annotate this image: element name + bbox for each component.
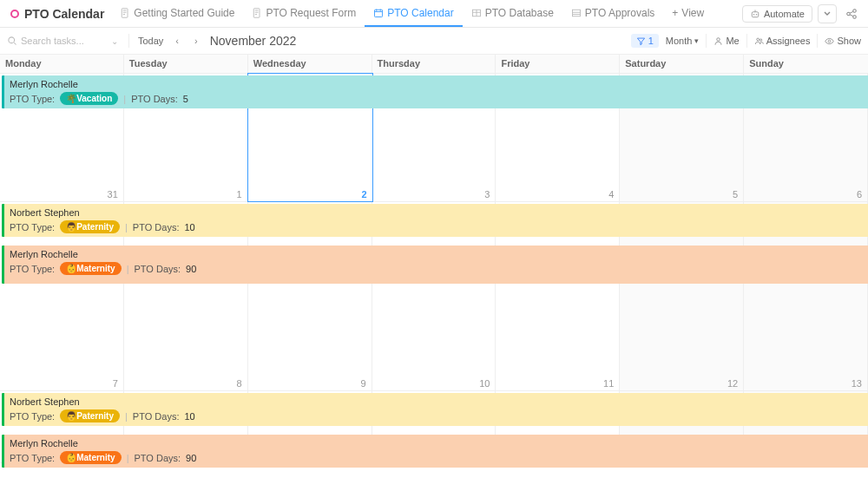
event-paternity[interactable]: Norbert Stephen PTO Type: 👨Paternity | P… <box>2 393 868 426</box>
svg-point-15 <box>829 40 832 43</box>
separator: | <box>127 452 129 464</box>
svg-rect-1 <box>254 8 260 17</box>
list-icon <box>571 8 582 18</box>
calendar-header: Monday Tuesday Wednesday Thursday Friday… <box>0 55 868 74</box>
automate-label: Automate <box>764 9 805 19</box>
pto-days-value: 10 <box>184 221 194 233</box>
automate-button[interactable]: Automate <box>742 5 812 23</box>
tag-maternity: 👶Maternity <box>60 262 121 275</box>
pto-type-label: PTO Type: <box>10 452 55 464</box>
tag-vacation: 🌴Vacation <box>60 92 118 105</box>
tab-getting-started[interactable]: Getting Started Guide <box>111 0 243 27</box>
separator: | <box>127 263 129 275</box>
filter-button[interactable]: 1 <box>631 34 659 48</box>
event-name: Merlyn Rochelle <box>10 248 868 260</box>
me-label: Me <box>726 36 739 46</box>
event-meta: PTO Type: 👨Paternity | PTO Days: 10 <box>10 220 868 233</box>
assignees-label: Assignees <box>766 36 811 46</box>
separator: | <box>125 410 128 422</box>
svg-point-7 <box>756 14 758 16</box>
prev-month-button[interactable]: ‹ <box>172 36 182 46</box>
day-wednesday: Wednesday <box>248 55 372 73</box>
chevron-down-icon <box>823 10 832 18</box>
day-saturday: Saturday <box>620 55 744 73</box>
separator: | <box>125 221 128 233</box>
svg-point-8 <box>847 12 851 16</box>
pto-days-value: 10 <box>184 410 194 422</box>
automate-dropdown[interactable] <box>818 4 837 23</box>
day-friday: Friday <box>496 55 620 73</box>
tag-paternity: 👨Paternity <box>60 409 120 422</box>
app-icon <box>10 10 19 18</box>
table-icon <box>471 8 482 18</box>
pto-type-label: PTO Type: <box>10 263 55 275</box>
show-button[interactable]: Show <box>825 36 861 46</box>
event-name: Norbert Stephen <box>10 396 868 408</box>
tab-label: PTO Calendar <box>387 7 453 19</box>
event-maternity[interactable]: Merlyn Rochelle PTO Type: 👶Maternity | P… <box>2 246 868 284</box>
svg-point-14 <box>760 38 761 40</box>
search-icon <box>7 36 17 46</box>
tab-request-form[interactable]: PTO Request Form <box>243 0 365 27</box>
share-button[interactable] <box>842 8 861 20</box>
tag-paternity: 👨Paternity <box>60 220 120 233</box>
event-name: Merlyn Rochelle <box>10 78 868 90</box>
event-vacation[interactable]: Merlyn Rochelle PTO Type: 🌴Vacation | PT… <box>2 75 868 108</box>
event-paternity[interactable]: Norbert Stephen PTO Type: 👨Paternity | P… <box>2 204 868 237</box>
divider <box>746 34 747 48</box>
svg-point-6 <box>753 14 755 16</box>
topbar-right: Automate <box>742 4 865 23</box>
doc-icon <box>120 8 130 18</box>
view-mode-button[interactable]: Month ▾ <box>666 36 700 46</box>
topbar: PTO Calendar Getting Started Guide PTO R… <box>0 0 868 28</box>
day-number: 11 <box>603 378 614 389</box>
day-number: 31 <box>108 189 118 200</box>
day-tuesday: Tuesday <box>124 55 248 73</box>
today-button[interactable]: Today <box>138 36 163 46</box>
chevron-down-icon: ▾ <box>694 36 699 45</box>
day-number: 2 <box>361 189 366 200</box>
people-icon <box>754 36 764 46</box>
tab-pto-database[interactable]: PTO Database <box>463 0 562 27</box>
event-maternity[interactable]: Merlyn Rochelle PTO Type: 👶Maternity | P… <box>2 435 868 468</box>
toolbar: ⌄ Today ‹ › November 2022 1 Month ▾ Me A… <box>0 28 868 54</box>
add-view-button[interactable]: + View <box>663 0 713 27</box>
tab-label: PTO Database <box>485 7 554 19</box>
pto-days-label: PTO Days: <box>133 221 180 233</box>
next-month-button[interactable]: › <box>191 36 201 46</box>
event-name: Merlyn Rochelle <box>10 437 868 449</box>
svg-point-13 <box>756 38 759 41</box>
pto-days-value: 90 <box>186 452 196 464</box>
page-title: PTO Calendar <box>24 7 104 21</box>
tab-pto-calendar[interactable]: PTO Calendar <box>365 0 462 27</box>
calendar-icon <box>373 8 384 18</box>
robot-icon <box>750 9 760 19</box>
svg-rect-5 <box>752 11 759 16</box>
search-input[interactable] <box>21 36 108 46</box>
day-number: 3 <box>484 189 490 200</box>
me-filter-button[interactable]: Me <box>713 36 739 46</box>
event-meta: PTO Type: 👶Maternity | PTO Days: 90 <box>10 451 868 464</box>
day-number: 1 <box>237 189 242 200</box>
day-number: 6 <box>857 189 862 200</box>
view-mode-label: Month <box>666 36 693 46</box>
divider <box>817 34 818 48</box>
add-view-label: View <box>681 7 704 19</box>
pto-days-value: 5 <box>183 93 188 105</box>
tab-pto-approvals[interactable]: PTO Approvals <box>562 0 663 27</box>
day-number: 8 <box>237 378 242 389</box>
assignees-button[interactable]: Assignees <box>754 36 811 46</box>
share-icon <box>845 8 858 20</box>
svg-rect-0 <box>122 8 128 17</box>
search-wrap: ⌄ <box>7 36 120 46</box>
day-sunday: Sunday <box>744 55 868 73</box>
pto-days-value: 90 <box>186 263 196 275</box>
tag-maternity: 👶Maternity <box>60 451 121 464</box>
eye-icon <box>825 36 834 46</box>
pto-days-label: PTO Days: <box>135 452 181 464</box>
search-expand[interactable]: ⌄ <box>111 36 118 46</box>
svg-rect-4 <box>572 10 580 16</box>
day-number: 12 <box>727 378 738 389</box>
plus-icon: + <box>672 7 678 19</box>
pto-type-label: PTO Type: <box>10 221 55 233</box>
